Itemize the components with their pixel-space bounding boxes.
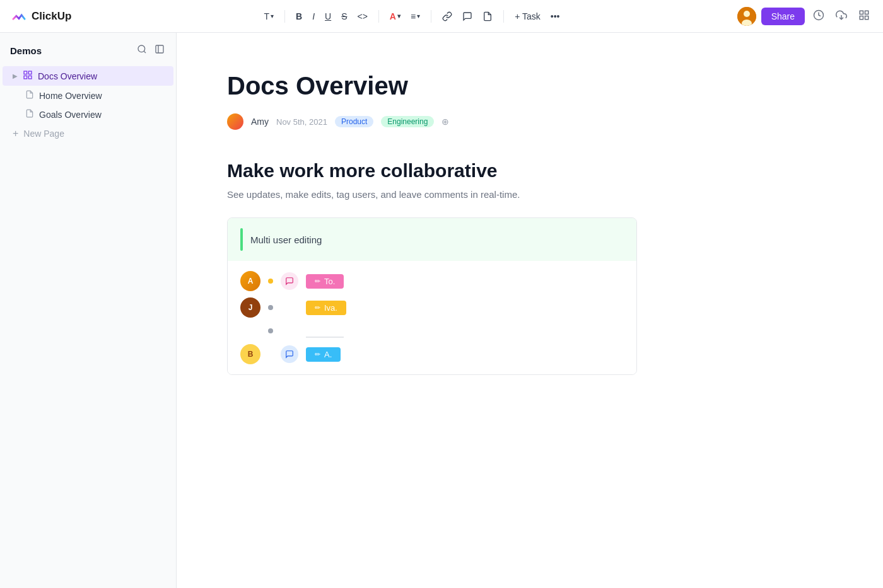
collab-avatar-2: J — [240, 297, 260, 318]
collab-dot-3 — [268, 328, 273, 333]
svg-point-9 — [138, 45, 145, 52]
svg-rect-13 — [24, 71, 27, 74]
collab-tag-2: ✏ Iva. — [306, 301, 346, 315]
chat-bubble-1 — [281, 272, 298, 290]
sidebar-item-goals-overview[interactable]: Goals Overview — [3, 105, 173, 124]
chevron-icon: ▶ — [13, 72, 18, 79]
sidebar-item-label: Goals Overview — [39, 110, 102, 120]
svg-rect-5 — [860, 11, 863, 14]
collab-tag-1: ✏ To. — [306, 274, 344, 289]
collab-input-line — [306, 324, 344, 338]
text-format-button[interactable]: T ▾ — [259, 8, 278, 25]
collab-row-3 — [240, 324, 624, 338]
toolbar: ClickUp T ▾ B I U S <> A ▾ ≡ ▾ — [0, 0, 883, 33]
section-description: See updates, make edits, tag users, and … — [227, 189, 833, 200]
sidebar-item-docs-overview[interactable]: ▶ Docs Overview — [3, 66, 173, 86]
section-heading: Make work more collaborative — [227, 160, 833, 182]
bold-button[interactable]: B — [291, 8, 307, 25]
svg-rect-16 — [28, 76, 32, 79]
formatting-toolbar: T ▾ B I U S <> A ▾ ≡ ▾ — [86, 8, 737, 25]
link-button[interactable] — [438, 8, 457, 25]
svg-rect-7 — [865, 16, 868, 19]
file-button[interactable] — [478, 8, 497, 25]
color-button[interactable]: A ▾ — [385, 8, 405, 25]
logo[interactable]: ClickUp — [10, 8, 71, 25]
svg-rect-15 — [24, 76, 27, 79]
document-content: Docs Overview Amy Nov 5th, 2021 Product … — [177, 33, 883, 588]
logo-text: ClickUp — [32, 10, 71, 23]
collab-body: A ✏ To. J ✏ I — [228, 261, 636, 374]
collab-dot-1 — [268, 279, 273, 284]
plus-icon: + — [13, 128, 18, 139]
collab-row-4: B ✏ A. — [240, 344, 624, 364]
sidebar-title: Demos — [10, 45, 42, 56]
main-layout: Demos ▶ Docs Overview Home Overv — [0, 33, 883, 588]
align-button[interactable]: ≡ ▾ — [406, 8, 424, 25]
collab-dot-2 — [268, 305, 273, 310]
add-task-button[interactable]: + Task — [510, 8, 545, 25]
sidebar-item-home-overview[interactable]: Home Overview — [3, 86, 173, 105]
docs-icon — [23, 70, 33, 82]
edit-icon-1: ✏ — [315, 277, 320, 285]
collab-header: Multi user editing — [228, 218, 636, 261]
doc-icon — [25, 109, 34, 120]
user-avatar[interactable] — [737, 7, 756, 26]
svg-rect-11 — [156, 45, 163, 53]
edit-icon-3: ✏ — [315, 350, 320, 359]
svg-rect-6 — [865, 11, 868, 14]
toolbar-right: Share — [737, 6, 873, 26]
collab-row-2: J ✏ Iva. — [240, 297, 624, 318]
italic-button[interactable]: I — [308, 8, 319, 25]
toolbar-divider-3 — [431, 10, 431, 23]
collab-row-1: A ✏ To. — [240, 271, 624, 291]
comment-button[interactable] — [458, 8, 477, 25]
author-avatar — [227, 113, 243, 130]
more-button[interactable]: ••• — [546, 8, 564, 25]
collab-header-text: Multi user editing — [250, 234, 322, 245]
sidebar-item-label: Docs Overview — [38, 71, 97, 81]
doc-meta: Amy Nov 5th, 2021 Product Engineering ⊕ — [227, 113, 833, 130]
doc-title: Docs Overview — [227, 71, 833, 101]
svg-rect-14 — [28, 71, 32, 74]
tag-product[interactable]: Product — [335, 116, 373, 127]
toolbar-divider-4 — [503, 10, 504, 23]
collab-tag-3: ✏ A. — [306, 347, 341, 362]
doc-date: Nov 5th, 2021 — [276, 117, 327, 127]
svg-point-1 — [744, 11, 750, 17]
edit-icon-2: ✏ — [315, 304, 320, 312]
history-button[interactable] — [810, 6, 827, 26]
toolbar-divider-2 — [378, 10, 379, 23]
collab-avatar-1: A — [240, 271, 260, 291]
tag-engineering[interactable]: Engineering — [381, 116, 434, 127]
collab-accent-bar — [240, 228, 243, 251]
doc-author: Amy — [251, 117, 269, 127]
doc-icon — [25, 90, 34, 101]
collab-avatar-3: B — [240, 344, 260, 364]
sidebar: Demos ▶ Docs Overview Home Overv — [0, 33, 177, 588]
sidebar-collapse-button[interactable] — [153, 43, 166, 58]
collab-block: Multi user editing A ✏ To. — [227, 217, 637, 375]
new-page-label: New Page — [23, 129, 64, 139]
layout-button[interactable] — [855, 6, 873, 26]
sidebar-header: Demos — [0, 43, 176, 66]
svg-rect-8 — [860, 16, 863, 19]
export-button[interactable] — [833, 6, 850, 26]
code-button[interactable]: <> — [353, 8, 372, 25]
chat-bubble-2 — [281, 345, 298, 363]
sidebar-search-button[interactable] — [136, 43, 148, 58]
sidebar-actions — [136, 43, 166, 58]
toolbar-divider-1 — [284, 10, 285, 23]
underline-button[interactable]: U — [320, 8, 336, 25]
share-button[interactable]: Share — [761, 8, 805, 25]
new-page-button[interactable]: + New Page — [3, 124, 173, 143]
tag-add-icon[interactable]: ⊕ — [441, 117, 449, 127]
svg-line-10 — [144, 51, 146, 53]
sidebar-item-label: Home Overview — [39, 91, 102, 101]
strikethrough-button[interactable]: S — [337, 8, 351, 25]
